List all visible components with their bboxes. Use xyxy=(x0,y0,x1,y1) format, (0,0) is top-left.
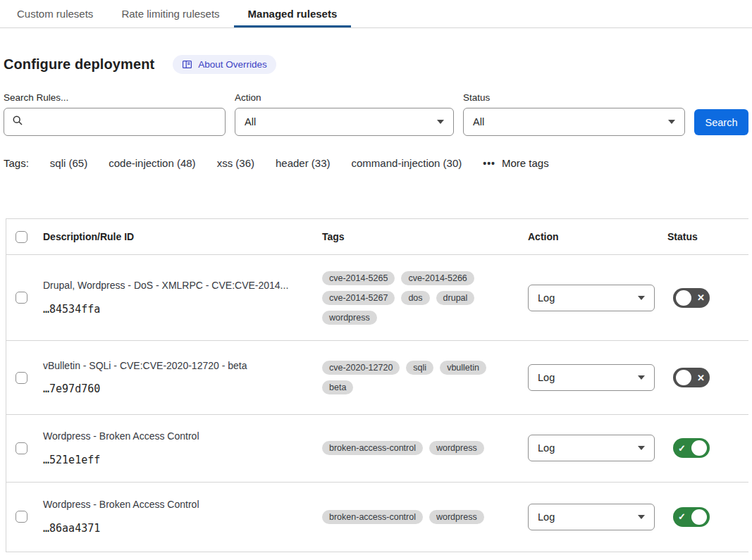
chevron-down-icon xyxy=(638,446,645,450)
table-row: vBulletin - SQLi - CVE:CVE-2020-12720 - … xyxy=(6,341,748,415)
toggle-knob xyxy=(691,509,707,525)
rule-action-value: Log xyxy=(538,442,555,454)
toggle-state-icon: ✕ xyxy=(695,373,707,382)
rule-id: …84534ffa xyxy=(43,303,309,316)
tag-pill: broken-access-control xyxy=(322,510,423,524)
row-checkbox[interactable] xyxy=(16,442,27,454)
page-header: Configure deployment About Overrides xyxy=(4,55,748,74)
about-overrides-label: About Overrides xyxy=(198,59,267,70)
chevron-down-icon xyxy=(638,515,645,519)
rule-action-select[interactable]: Log xyxy=(528,285,655,311)
tag-pill: wordpress xyxy=(429,510,484,524)
status-toggle[interactable]: ✓ xyxy=(673,438,710,458)
table-row: Wordpress - Broken Access Control …86aa4… xyxy=(6,483,748,552)
rule-description: Wordpress - Broken Access Control xyxy=(43,430,309,443)
tag-pill: drupal xyxy=(436,291,475,305)
tag-pill: vbulletin xyxy=(440,361,486,375)
rule-description: Drupal, Wordpress - DoS - XMLRPC - CVE:C… xyxy=(43,280,309,292)
tags-bar: Tags: sqli (65) code-injection (48) xss … xyxy=(4,157,748,169)
status-toggle[interactable]: ✓ xyxy=(673,507,710,527)
rule-tags: cve-2020-12720sqlivbulletinbeta xyxy=(316,352,525,403)
rule-action-select[interactable]: Log xyxy=(528,435,655,461)
search-icon xyxy=(12,115,23,129)
tag-filter-code-injection[interactable]: code-injection (48) xyxy=(109,157,195,169)
column-header-tags: Tags xyxy=(316,231,525,242)
select-all-checkbox[interactable] xyxy=(16,231,27,243)
chevron-down-icon xyxy=(638,296,645,300)
rule-action-value: Log xyxy=(538,372,555,383)
rule-description: vBulletin - SQLi - CVE:CVE-2020-12720 - … xyxy=(43,360,309,373)
more-tags-button[interactable]: ••• More tags xyxy=(483,157,548,169)
tag-pill: wordpress xyxy=(429,441,484,455)
toggle-state-icon: ✕ xyxy=(695,293,707,302)
row-checkbox[interactable] xyxy=(16,511,27,523)
tag-pill: cve-2014-5266 xyxy=(401,271,474,285)
tag-filter-sqli[interactable]: sqli (65) xyxy=(50,157,87,169)
action-filter-select[interactable]: All xyxy=(235,108,454,136)
column-header-description: Description/Rule ID xyxy=(40,231,316,242)
about-overrides-badge[interactable]: About Overrides xyxy=(173,55,276,74)
search-input[interactable] xyxy=(30,116,217,128)
book-icon xyxy=(182,59,192,70)
page-title: Configure deployment xyxy=(4,56,154,73)
tag-pill: sqli xyxy=(406,361,433,375)
tag-pill: cve-2014-5267 xyxy=(322,291,395,305)
tab-managed-rulesets[interactable]: Managed rulesets xyxy=(234,0,352,27)
rule-id: …7e97d760 xyxy=(43,382,309,395)
chevron-down-icon xyxy=(638,375,645,380)
tab-rate-limiting-rulesets[interactable]: Rate limiting rulesets xyxy=(107,0,233,27)
tag-pill: cve-2020-12720 xyxy=(322,361,400,375)
table-header-row: Description/Rule ID Tags Action Status xyxy=(6,219,748,255)
rule-action-value: Log xyxy=(538,292,555,304)
table-row: Drupal, Wordpress - DoS - XMLRPC - CVE:C… xyxy=(6,255,748,341)
toggle-state-icon: ✓ xyxy=(676,512,688,521)
toggle-knob xyxy=(691,440,707,456)
row-checkbox[interactable] xyxy=(16,292,27,304)
tag-pill: wordpress xyxy=(322,311,377,325)
action-filter-label: Action xyxy=(235,92,454,103)
rule-id: …521e1eff xyxy=(43,454,309,466)
rule-tags: cve-2014-5265cve-2014-5266cve-2014-5267d… xyxy=(316,263,525,333)
search-button[interactable]: Search xyxy=(694,109,748,135)
tag-pill: dos xyxy=(401,291,429,305)
row-checkbox[interactable] xyxy=(16,372,27,384)
column-header-action: Action xyxy=(525,231,665,242)
rule-action-select[interactable]: Log xyxy=(528,364,655,391)
rule-action-value: Log xyxy=(538,511,555,523)
tags-bar-label: Tags: xyxy=(4,157,29,169)
tag-filter-command-injection[interactable]: command-injection (30) xyxy=(352,157,462,169)
tag-pill: cve-2014-5265 xyxy=(322,271,395,285)
status-toggle[interactable]: ✕ xyxy=(673,288,710,308)
action-filter-value: All xyxy=(245,116,256,127)
rule-tags: broken-access-controlwordpress xyxy=(316,433,525,463)
toggle-state-icon: ✓ xyxy=(676,444,688,453)
status-filter-value: All xyxy=(473,116,484,127)
rule-id: …86aa4371 xyxy=(43,522,309,535)
tag-pill: beta xyxy=(322,380,353,394)
status-toggle[interactable]: ✕ xyxy=(673,368,710,387)
filter-bar: Search Rules... Action All Status xyxy=(4,92,748,136)
table-body: Drupal, Wordpress - DoS - XMLRPC - CVE:C… xyxy=(6,255,748,552)
toggle-knob xyxy=(676,370,691,385)
rules-table: Description/Rule ID Tags Action Status D… xyxy=(6,218,748,552)
status-filter-select[interactable]: All xyxy=(463,108,685,136)
tag-pill: broken-access-control xyxy=(322,441,423,455)
ruleset-tabs: Custom rulesets Rate limiting rulesets M… xyxy=(0,0,752,28)
search-rules-box xyxy=(4,108,226,136)
tab-custom-rulesets[interactable]: Custom rulesets xyxy=(3,0,107,27)
ellipsis-icon: ••• xyxy=(483,158,495,169)
rule-description: Wordpress - Broken Access Control xyxy=(43,499,309,511)
column-header-status: Status xyxy=(665,231,748,242)
chevron-down-icon xyxy=(437,120,444,124)
chevron-down-icon xyxy=(668,120,675,124)
rule-tags: broken-access-controlwordpress xyxy=(316,502,525,533)
toggle-knob xyxy=(676,290,691,306)
status-filter-label: Status xyxy=(463,92,685,103)
rule-action-select[interactable]: Log xyxy=(528,504,655,530)
search-rules-label: Search Rules... xyxy=(4,92,226,103)
tag-filter-xss[interactable]: xss (36) xyxy=(217,157,254,169)
table-row: Wordpress - Broken Access Control …521e1… xyxy=(6,415,748,483)
tag-filter-header[interactable]: header (33) xyxy=(276,157,331,169)
more-tags-label: More tags xyxy=(502,157,549,169)
